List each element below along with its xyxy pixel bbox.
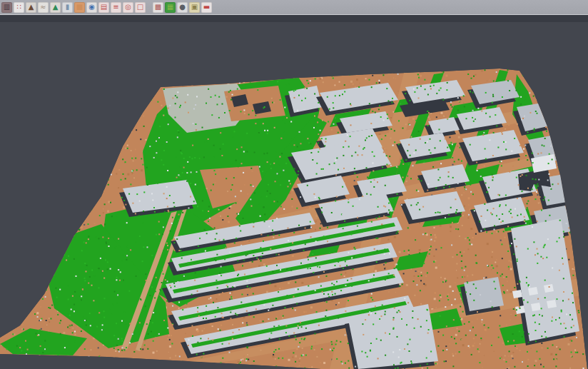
application-window: { "window": { "toolbar_bg": "#aaacb3", "… (0, 0, 588, 369)
classification-map-icon[interactable]: ▦ (165, 2, 176, 13)
crop-region-icon[interactable]: □ (135, 2, 146, 13)
globe-icon[interactable]: ◉ (86, 2, 97, 13)
measure-notes-icon[interactable]: ▣ (189, 2, 200, 13)
sphere-3d-icon[interactable]: ● (177, 2, 188, 13)
white-shed (531, 303, 541, 311)
grid-cells-icon[interactable]: ▩ (153, 2, 163, 13)
orthophoto-icon[interactable]: ■ (74, 2, 85, 13)
flag-stripes-icon[interactable]: ▬ (201, 2, 212, 13)
tin-surface-icon[interactable]: ▲ (26, 2, 36, 13)
white-shed (544, 284, 554, 293)
under-toolbar-band (0, 15, 588, 22)
white-shed (528, 287, 538, 295)
3d-viewport[interactable] (0, 0, 588, 369)
layers-list-icon[interactable]: ≡ (111, 2, 121, 13)
main-toolbar: ▥∷▲≈▲▮■◉▤≡◎□▩▦●▣▬ (0, 0, 588, 15)
main-window-stage: ▥∷▲≈▲▮■◉▤≡◎□▩▦●▣▬ (0, 0, 588, 369)
white-shed (512, 290, 522, 298)
white-shed (547, 300, 557, 308)
attribute-table-icon[interactable]: ▤ (98, 2, 109, 13)
contour-lines-icon[interactable]: ≈ (38, 2, 49, 13)
colored-points-icon[interactable]: ∷ (14, 2, 24, 13)
circle-select-icon[interactable]: ◎ (123, 2, 133, 13)
terrain-model-icon[interactable]: ▲ (50, 2, 61, 13)
vertical-ruler-icon[interactable]: ▮ (62, 2, 73, 13)
open-file-icon[interactable]: ▥ (1, 2, 12, 13)
toolbar-separator (147, 2, 151, 13)
